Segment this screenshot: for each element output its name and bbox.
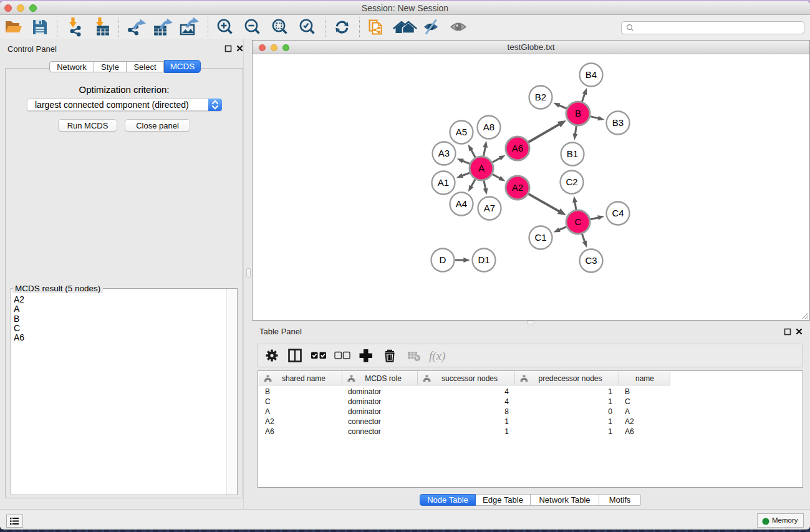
- svg-text:A: A: [478, 163, 485, 173]
- svg-text:A4: A4: [456, 198, 467, 209]
- svg-text:A2: A2: [512, 182, 523, 193]
- svg-text:C: C: [575, 216, 582, 227]
- svg-text:D1: D1: [478, 254, 489, 265]
- svg-text:A7: A7: [484, 203, 495, 213]
- svg-text:C4: C4: [612, 208, 624, 218]
- svg-text:B3: B3: [612, 117, 624, 128]
- svg-text:C1: C1: [534, 232, 546, 243]
- svg-text:B4: B4: [586, 69, 597, 80]
- svg-text:C2: C2: [566, 177, 577, 187]
- svg-text:B: B: [575, 108, 581, 118]
- svg-text:B1: B1: [567, 148, 578, 159]
- svg-text:A5: A5: [456, 127, 467, 137]
- svg-text:D: D: [440, 254, 446, 265]
- svg-text:A3: A3: [438, 148, 450, 158]
- svg-text:f(x): f(x): [429, 349, 445, 363]
- svg-text:B2: B2: [535, 92, 546, 102]
- svg-text:A1: A1: [438, 177, 449, 188]
- svg-text:A6: A6: [512, 143, 523, 153]
- svg-text:C3: C3: [585, 255, 597, 266]
- svg-text:A8: A8: [483, 122, 494, 132]
